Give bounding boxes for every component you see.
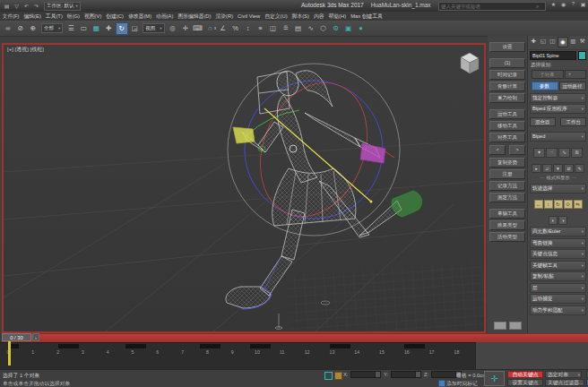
current-frame-indicator[interactable] xyxy=(8,341,11,366)
select-by-name-icon[interactable]: ☰ xyxy=(65,22,77,34)
menu-item[interactable]: 脚本(S) xyxy=(290,13,311,21)
side-tool-button[interactable]: 测定方法 xyxy=(489,193,525,202)
object-name-field[interactable]: Bip01 Spine xyxy=(530,51,576,60)
tab-display[interactable]: ▥ xyxy=(568,37,577,46)
add-time-tag[interactable]: 添加时间标记 xyxy=(446,380,478,387)
opposite-button[interactable]: ◐ xyxy=(549,216,558,225)
rollout-header[interactable]: 层▾ xyxy=(530,283,586,293)
set-key-button[interactable]: ✛ xyxy=(484,371,505,386)
workspace-dropdown[interactable]: 工作区: 默认 ▾ xyxy=(44,2,81,11)
track-key[interactable] xyxy=(58,344,79,348)
side-tool-button[interactable]: 运动工具 xyxy=(489,109,525,119)
side-tool-button[interactable]: < xyxy=(489,145,506,155)
favorites-icon[interactable]: ★ xyxy=(549,1,558,7)
tab-hierarchy[interactable]: ◫ xyxy=(548,37,557,46)
curve-editor-icon[interactable]: ∿ xyxy=(305,22,316,34)
percent-snap-icon[interactable]: % xyxy=(229,22,241,34)
rollout-header[interactable]: 关键帧工具▾ xyxy=(530,261,586,271)
workbench-button[interactable]: 工作台 xyxy=(560,117,586,126)
motion-paths-button[interactable]: 运动路径 xyxy=(559,82,586,90)
side-tool-button[interactable]: 时间记录 xyxy=(489,70,525,80)
motion-flow-mode-icon[interactable]: ∿ xyxy=(558,148,570,158)
select-pelvis-button[interactable]: ◑ xyxy=(558,216,567,225)
menu-item[interactable]: 编辑(E) xyxy=(22,13,43,21)
key-filters-button[interactable]: 关键点过滤器... xyxy=(545,379,584,386)
keyboard-shortcut-override-icon[interactable]: ⌨ xyxy=(192,22,203,34)
app-menu-icon[interactable]: ▤ xyxy=(3,3,11,9)
time-slider-track-autokey[interactable] xyxy=(2,333,588,342)
edit-named-selection-sets-icon[interactable]: ≡ xyxy=(255,22,266,34)
side-tool-button[interactable]: 记录方法 xyxy=(489,181,525,191)
bind-to-space-warp-icon[interactable]: ⊕ xyxy=(28,22,39,34)
menu-item[interactable]: 内容 xyxy=(311,13,326,21)
rollout-header[interactable]: 动力学和适配▾ xyxy=(530,305,586,315)
menu-item[interactable]: 工具(T) xyxy=(43,13,65,21)
render-setup-icon[interactable]: ⚙ xyxy=(330,22,342,34)
menu-item[interactable]: Civil View xyxy=(236,13,263,19)
body-vertical-button[interactable]: ↕ xyxy=(544,200,553,209)
rollout-biped-apps[interactable]: Biped 应用程序▾ xyxy=(530,104,586,114)
side-tool-button[interactable]: 移动工具 xyxy=(489,121,525,131)
align-icon[interactable]: ≞ xyxy=(280,22,291,34)
menu-item[interactable]: 渲染(R) xyxy=(213,13,236,21)
side-tool-button[interactable]: 效果类型 xyxy=(489,220,525,230)
menu-item[interactable]: 文件(F) xyxy=(0,13,22,21)
side-footer-button[interactable] xyxy=(509,322,522,330)
select-and-link-icon[interactable]: ∞ xyxy=(3,22,14,34)
tab-create[interactable]: ✚ xyxy=(529,37,538,46)
track-key[interactable] xyxy=(404,344,425,348)
sub-object-dropdown[interactable]: ▾ xyxy=(565,70,586,79)
save-file-icon[interactable]: ▼ xyxy=(553,164,563,173)
selection-filter-dropdown[interactable]: 全部▾ xyxy=(41,23,63,33)
render-production-icon[interactable]: ● xyxy=(355,22,367,34)
view-cube[interactable] xyxy=(461,53,479,73)
menu-item[interactable]: Max 创建工具 xyxy=(349,13,385,21)
select-and-manipulate-icon[interactable]: ✛ xyxy=(179,22,191,34)
rollout-assign-controller[interactable]: 指定控制器▾ xyxy=(530,93,586,103)
side-tool-button[interactable]: 注册 xyxy=(489,169,525,179)
side-tool-button[interactable]: (1) xyxy=(489,58,525,68)
save-icon[interactable]: ▽ xyxy=(13,3,21,9)
object-color-swatch[interactable] xyxy=(578,51,586,60)
side-tool-button[interactable]: 单轴工具 xyxy=(489,209,525,219)
redo-icon[interactable]: ↷ xyxy=(32,3,40,9)
auto-key-toggle[interactable]: 自动关键点 xyxy=(507,371,543,378)
undo-icon[interactable]: ↶ xyxy=(22,3,30,9)
mirror-icon[interactable]: ◫ xyxy=(267,22,279,34)
tab-utilities[interactable]: ⚒ xyxy=(578,37,587,46)
menu-item[interactable]: 自定义(U) xyxy=(263,13,290,21)
tab-motion[interactable]: ◉ xyxy=(558,37,568,47)
lock-com-keying-button[interactable]: ⊙ xyxy=(564,200,573,209)
menu-item[interactable]: 修改器(M) xyxy=(125,13,153,21)
side-tool-button[interactable]: 复制姿势 xyxy=(489,158,525,168)
time-slider-handle[interactable]: 0 / 30 xyxy=(2,333,31,341)
viewport-label[interactable]: [+] [透视] [线框] xyxy=(7,46,44,54)
menu-item[interactable]: 视图(V) xyxy=(82,13,104,21)
rectangular-selection-region-icon[interactable]: ▭ xyxy=(78,22,90,34)
side-tool-button[interactable]: 骨骼计算 xyxy=(489,82,525,91)
menu-item[interactable]: 图形编辑器(D) xyxy=(176,13,213,21)
body-rotation-button[interactable]: ↻ xyxy=(554,200,563,209)
body-horizontal-button[interactable]: ↔ xyxy=(534,200,543,209)
track-key[interactable] xyxy=(200,344,220,348)
window-icon[interactable]: ▣ xyxy=(579,1,587,7)
track-key[interactable] xyxy=(250,344,271,348)
search-input[interactable] xyxy=(439,4,536,9)
next-frame-button[interactable]: › xyxy=(32,333,39,341)
biped-playback-icon[interactable]: ▸ xyxy=(532,164,541,173)
angle-snap-icon[interactable]: ∠ xyxy=(217,22,229,34)
convert-icon[interactable]: ⇄ xyxy=(564,164,574,173)
reference-coordinate-system-dropdown[interactable]: 视图▾ xyxy=(143,23,164,33)
y-coordinate-field[interactable] xyxy=(391,371,421,378)
rollout-header[interactable]: 运动捕捉▾ xyxy=(530,294,586,304)
unlink-selection-icon[interactable]: ⊘ xyxy=(15,22,27,34)
modes-and-display-expander[interactable]: 模式和显示 xyxy=(528,174,588,182)
side-tool-button[interactable]: 设置 xyxy=(489,42,525,52)
rollout-header[interactable]: 关键点信息▾ xyxy=(530,249,586,259)
key-selection-filter-dropdown[interactable]: 选定对象▾ xyxy=(545,371,582,378)
tab-modify[interactable]: ◱ xyxy=(539,37,548,46)
search-box[interactable]: ⌕ xyxy=(438,2,546,11)
viewport-canvas[interactable] xyxy=(4,45,484,331)
help-icon[interactable]: ? xyxy=(569,1,577,7)
side-tool-button[interactable]: 对齐工具 xyxy=(489,133,525,142)
